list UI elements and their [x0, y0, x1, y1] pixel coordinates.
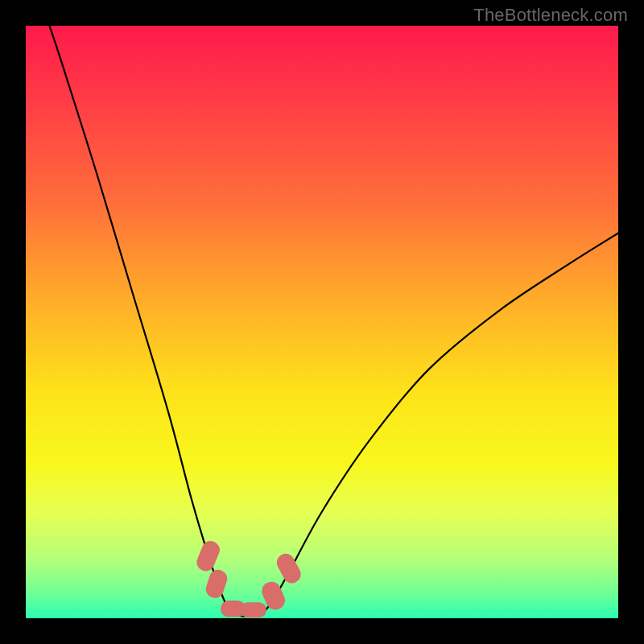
bottleneck-curve: [49, 26, 618, 617]
watermark-text: TheBottleneck.com: [473, 5, 628, 26]
valley-marker: [194, 539, 222, 574]
valley-marker: [204, 568, 229, 600]
valley-marker: [274, 551, 303, 586]
marker-layer: [194, 539, 303, 617]
plot-area: [26, 26, 618, 618]
curve-layer: [26, 26, 618, 618]
chart-frame: TheBottleneck.com: [0, 0, 644, 644]
valley-marker: [240, 602, 266, 617]
